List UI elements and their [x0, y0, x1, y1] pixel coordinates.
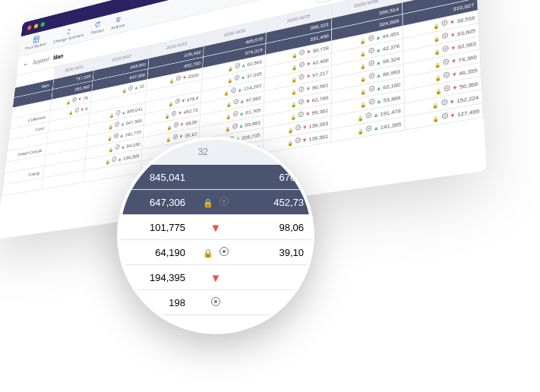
up-icon: ▲: [376, 72, 381, 79]
maximize-dot[interactable]: [40, 22, 45, 27]
target-icon: [233, 99, 238, 105]
magnifier-lens: 322020-845,041676,4647,306 452,73101,775…: [117, 137, 314, 334]
target-icon: [115, 144, 120, 150]
lock-icon: [66, 100, 71, 105]
up-icon: ▲: [373, 125, 378, 132]
lock-icon: [105, 159, 109, 165]
target-icon: [112, 156, 116, 163]
target-icon: [443, 46, 449, 52]
target-icon: [299, 86, 305, 92]
up-icon: ▲: [117, 156, 122, 162]
lens-value: 198: [120, 297, 193, 308]
target-icon: [444, 71, 450, 78]
lock-icon: [203, 197, 213, 208]
lock-icon: [291, 89, 296, 95]
target-icon: [443, 58, 449, 65]
minimize-dot[interactable]: [34, 24, 39, 29]
lock-icon: [432, 102, 438, 109]
reload-button[interactable]: Reload: [90, 20, 105, 36]
target-icon: [211, 297, 220, 306]
lock-icon: [434, 74, 441, 81]
down-icon: ▼: [302, 137, 307, 144]
up-icon: ▲: [120, 121, 125, 127]
target-icon: [366, 125, 371, 132]
target-icon: [299, 49, 305, 55]
lens-row: 64,190 39,10: [120, 240, 311, 265]
lock-icon: [226, 101, 231, 107]
target-icon: [366, 112, 371, 119]
target-icon: [442, 112, 448, 119]
lock-icon: [225, 125, 230, 131]
target-icon: [295, 138, 301, 144]
up-icon: ▲: [241, 74, 246, 81]
down-icon: ▼: [450, 58, 456, 65]
lock-icon: [292, 77, 297, 83]
lock-icon: [433, 115, 439, 122]
target-icon: [442, 33, 448, 40]
up-icon: ▲: [134, 84, 138, 90]
down-icon: ▼: [181, 98, 185, 104]
target-icon: [115, 122, 119, 127]
target-icon: [368, 47, 374, 53]
up-icon: ▲: [239, 110, 245, 117]
actions-button[interactable]: Actions: [111, 14, 125, 30]
lock-icon: [434, 62, 441, 68]
up-icon: ▲: [238, 122, 244, 129]
down-icon: ▼: [449, 98, 455, 106]
lock-icon: [434, 36, 440, 43]
pivot-builder-button[interactable]: Pivot Builder: [25, 33, 48, 51]
down-icon: ▼: [178, 134, 184, 141]
lock-icon: [109, 112, 114, 118]
lock-icon: [360, 38, 365, 44]
target-icon: [298, 111, 304, 117]
breadcrumb: Apparel Man: [33, 52, 64, 65]
lock-icon: [122, 87, 126, 93]
target-icon: [441, 99, 447, 106]
target-icon: [219, 247, 229, 256]
target-icon: [74, 107, 79, 112]
down-icon: ▼: [450, 32, 456, 40]
lock-icon: [358, 128, 363, 134]
down-icon: ▼: [305, 85, 311, 92]
lock-icon: [166, 136, 170, 142]
target-icon: [219, 197, 229, 206]
target-icon: [232, 123, 238, 129]
target-icon: [444, 85, 450, 92]
lock-icon: [361, 101, 366, 107]
lock-icon: [165, 113, 169, 119]
up-icon: ▲: [376, 85, 381, 92]
lens-value: 194,395: [120, 272, 193, 283]
target-icon: [172, 110, 176, 116]
lens-value: 64,190: [120, 247, 193, 258]
reload-label: Reload: [90, 27, 104, 36]
actions-label: Actions: [111, 22, 125, 30]
lock-icon: [166, 125, 171, 131]
lens-row: 194,395▼: [120, 265, 311, 290]
lock-icon: [360, 88, 365, 94]
lock-icon: [360, 75, 365, 81]
target-icon: [233, 111, 238, 117]
down-icon: ▼: [449, 19, 455, 27]
up-icon: ▲: [239, 98, 245, 105]
target-icon: [173, 134, 178, 140]
back-arrow-icon[interactable]: ←: [23, 60, 30, 69]
down-icon: ▼: [80, 106, 84, 112]
down-icon: ▼: [305, 98, 311, 105]
down-icon: ▼: [306, 73, 311, 80]
down-icon: ▼: [182, 74, 187, 81]
down-icon: ▼: [450, 112, 456, 119]
target-icon: [369, 99, 374, 106]
target-icon: [442, 20, 448, 27]
close-dot[interactable]: [27, 25, 32, 30]
down-icon: ▼: [452, 84, 458, 92]
up-icon: ▲: [373, 112, 378, 119]
down-icon: ▼: [77, 96, 82, 103]
lock-icon: [224, 90, 229, 96]
target-icon: [115, 110, 120, 115]
lock-icon: [358, 115, 363, 122]
lock-icon: [435, 88, 441, 95]
lens-row: 647,306 452,73: [120, 190, 311, 215]
target-icon: [299, 74, 305, 80]
lock-icon: [434, 49, 440, 55]
lock-icon: [109, 147, 113, 152]
